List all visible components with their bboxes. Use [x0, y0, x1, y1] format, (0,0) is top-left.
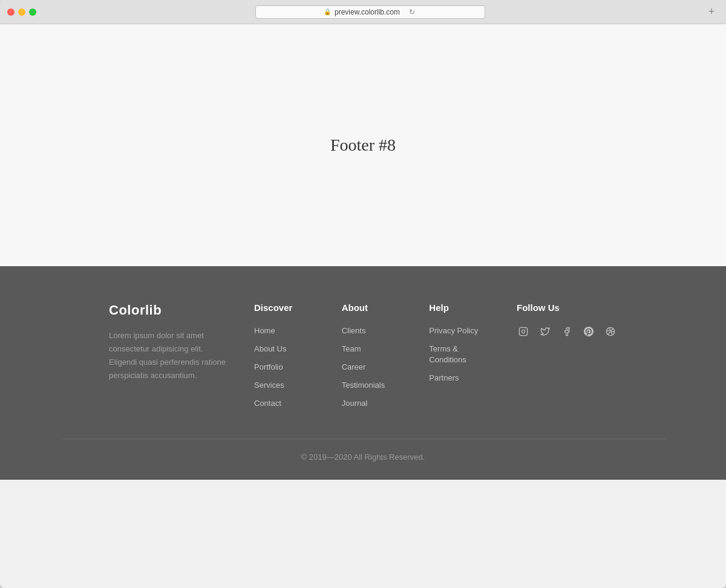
- svg-rect-0: [519, 327, 527, 335]
- list-item: Contact: [254, 397, 318, 408]
- new-tab-button[interactable]: +: [704, 5, 719, 19]
- discover-links: Home About Us Portfolio Services Contact: [254, 325, 318, 408]
- brand-description: Lorem ipsum dolor sit amet consectetur a…: [109, 329, 230, 382]
- brand-name: Colorlib: [109, 302, 230, 318]
- list-item: Testimonials: [342, 379, 405, 390]
- discover-home-link[interactable]: Home: [254, 326, 275, 335]
- footer-bottom: © 2019—2020 All Rights Reserved.: [0, 439, 726, 480]
- about-journal-link[interactable]: Journal: [342, 399, 368, 408]
- about-testimonials-link[interactable]: Testimonials: [342, 381, 385, 390]
- list-item: Clients: [342, 325, 405, 336]
- footer: Colorlib Lorem ipsum dolor sit amet cons…: [0, 266, 726, 480]
- list-item: Privacy Policy: [429, 325, 492, 336]
- footer-col-help: Help Privacy Policy Terms & Conditions P…: [429, 302, 492, 408]
- url-text: preview.colorlib.com: [335, 8, 400, 16]
- about-team-link[interactable]: Team: [342, 344, 361, 353]
- facebook-icon[interactable]: [560, 325, 574, 338]
- discover-contact-link[interactable]: Contact: [254, 399, 281, 408]
- list-item: Partners: [429, 372, 492, 383]
- list-item: Team: [342, 343, 405, 354]
- list-item: Services: [254, 379, 318, 390]
- about-title: About: [342, 302, 405, 313]
- minimize-button[interactable]: [18, 8, 25, 16]
- help-privacy-link[interactable]: Privacy Policy: [429, 326, 478, 335]
- about-clients-link[interactable]: Clients: [342, 326, 366, 335]
- browser-titlebar: 🔒 preview.colorlib.com ↻ +: [0, 0, 726, 24]
- discover-title: Discover: [254, 302, 318, 313]
- twitter-icon[interactable]: [538, 325, 552, 338]
- address-bar: 🔒 preview.colorlib.com ↻: [41, 5, 699, 19]
- page-title: Footer #8: [330, 136, 396, 155]
- footer-col-discover: Discover Home About Us Portfolio Service…: [254, 302, 318, 408]
- dribbble-icon[interactable]: [604, 325, 617, 338]
- browser-content: Footer #8 Colorlib Lorem ipsum dolor sit…: [0, 24, 726, 480]
- social-icons: [517, 325, 617, 338]
- list-item: Career: [342, 361, 405, 372]
- footer-inner: Colorlib Lorem ipsum dolor sit amet cons…: [60, 302, 666, 408]
- pinterest-icon[interactable]: [582, 325, 595, 338]
- follow-title: Follow Us: [517, 302, 617, 313]
- help-terms-link[interactable]: Terms & Conditions: [429, 344, 466, 364]
- lock-icon: 🔒: [324, 8, 331, 15]
- help-partners-link[interactable]: Partners: [429, 373, 459, 382]
- about-links: Clients Team Career Testimonials Journal: [342, 325, 405, 408]
- list-item: Terms & Conditions: [429, 343, 492, 365]
- browser-window: 🔒 preview.colorlib.com ↻ + Footer #8 Col…: [0, 0, 726, 588]
- close-button[interactable]: [7, 8, 15, 16]
- list-item: Portfolio: [254, 361, 318, 372]
- discover-aboutus-link[interactable]: About Us: [254, 344, 286, 353]
- footer-brand: Colorlib Lorem ipsum dolor sit amet cons…: [109, 302, 230, 408]
- discover-portfolio-link[interactable]: Portfolio: [254, 362, 283, 371]
- footer-col-follow: Follow Us: [517, 302, 617, 408]
- discover-services-link[interactable]: Services: [254, 381, 284, 390]
- traffic-lights: [7, 8, 36, 16]
- footer-col-about: About Clients Team Career Testimonials J…: [342, 302, 405, 408]
- about-career-link[interactable]: Career: [342, 362, 366, 371]
- main-area: Footer #8: [0, 24, 726, 266]
- list-item: About Us: [254, 343, 318, 354]
- url-input[interactable]: 🔒 preview.colorlib.com ↻: [255, 5, 485, 19]
- help-title: Help: [429, 302, 492, 313]
- list-item: Home: [254, 325, 318, 336]
- reload-button[interactable]: ↻: [407, 7, 417, 17]
- maximize-button[interactable]: [29, 8, 36, 16]
- instagram-icon[interactable]: [517, 325, 530, 338]
- help-links: Privacy Policy Terms & Conditions Partne…: [429, 325, 492, 383]
- copyright-text: © 2019—2020 All Rights Reserved.: [301, 452, 425, 462]
- list-item: Journal: [342, 397, 405, 408]
